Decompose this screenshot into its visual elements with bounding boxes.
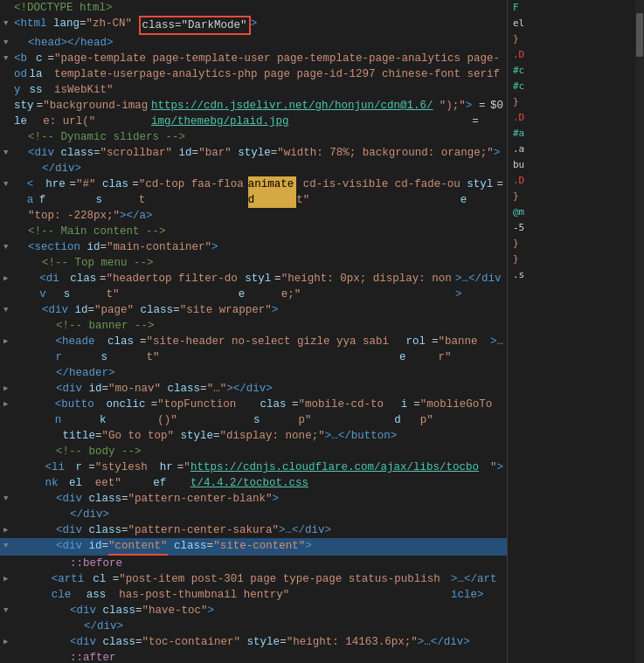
- code-token: cd-is-visible cd-fade-out": [296, 176, 460, 208]
- code-token: "display: none;": [220, 428, 325, 444]
- expand-triangle[interactable]: [3, 365, 14, 381]
- code-token: <section: [28, 239, 80, 255]
- code-line: <!-- banner -->: [0, 318, 507, 334]
- code-token: "pattern-center-blank": [128, 491, 273, 507]
- code-token: "toc-container": [142, 634, 241, 650]
- code-token: "mo-nav": [108, 381, 161, 397]
- code-token: <!-- banner -->: [56, 318, 155, 334]
- code-token: <div: [39, 271, 64, 302]
- expand-triangle[interactable]: ▼: [3, 491, 14, 507]
- code-token: >: [211, 239, 218, 255]
- code-token: "…": [207, 381, 227, 397]
- scrollbar[interactable]: [634, 0, 644, 663]
- code-token: <button: [55, 397, 100, 428]
- expand-triangle[interactable]: [3, 428, 14, 444]
- expand-triangle[interactable]: ▼: [3, 239, 14, 255]
- code-token: ></div>: [226, 381, 273, 397]
- expand-triangle[interactable]: ▶: [3, 334, 14, 349]
- code-token: "site-content": [213, 538, 305, 554]
- code-token: ": [184, 459, 190, 475]
- expand-triangle[interactable]: [3, 459, 14, 475]
- expand-triangle[interactable]: [3, 556, 14, 571]
- code-token: "bar": [198, 145, 232, 161]
- scrollbar-thumb[interactable]: [636, 13, 643, 57]
- code-line: ▼<div class="pattern-center-blank">: [0, 491, 507, 507]
- code-token: =: [135, 634, 142, 650]
- code-token: $0: [490, 98, 503, 114]
- code-token: ::before: [70, 556, 122, 571]
- expand-triangle[interactable]: [3, 98, 14, 114]
- code-token: "page-template page-template-user page-t…: [54, 51, 501, 98]
- expand-triangle[interactable]: [3, 0, 14, 16]
- code-token: =: [47, 51, 54, 66]
- expand-triangle[interactable]: [3, 318, 14, 334]
- side-panel-line: .D: [508, 173, 634, 189]
- code-token: style: [232, 145, 271, 161]
- code-token: =: [200, 381, 207, 397]
- code-token: role: [399, 334, 432, 365]
- code-token: class: [100, 334, 140, 365]
- expand-triangle[interactable]: [3, 255, 14, 271]
- code-token: "height: 0px; display: none;": [281, 271, 455, 302]
- code-token: "site-header no-select gizle yya sabit": [147, 334, 399, 365]
- code-token: class="DarkMode": [139, 16, 251, 35]
- code-token: <div: [56, 522, 82, 538]
- code-token: <!-- body -->: [56, 444, 142, 459]
- code-token: <!-- Top menu -->: [42, 255, 154, 271]
- expand-triangle[interactable]: [3, 161, 14, 176]
- expand-triangle[interactable]: [3, 224, 14, 239]
- expand-triangle[interactable]: ▶: [3, 571, 14, 587]
- code-token: <div: [70, 603, 96, 618]
- expand-triangle[interactable]: ▼: [3, 603, 14, 618]
- expand-triangle[interactable]: [3, 650, 14, 663]
- expand-triangle[interactable]: ▼: [3, 16, 14, 31]
- expand-triangle[interactable]: [3, 618, 14, 634]
- code-token: =: [69, 176, 76, 192]
- code-token: "main-container": [107, 239, 211, 255]
- code-token: style: [240, 634, 280, 650]
- expand-triangle[interactable]: [3, 507, 14, 522]
- expand-triangle[interactable]: ▶: [3, 271, 14, 287]
- expand-triangle[interactable]: [3, 208, 14, 224]
- side-lines-container: Fel}.D#c#c}.D#a.abu.D}@m-5}}.s: [508, 0, 634, 283]
- side-panel-line: .D: [508, 110, 634, 126]
- code-line: ▶<article class="post-item post-301 page…: [0, 571, 507, 603]
- code-token: </head: [67, 35, 107, 51]
- expand-triangle[interactable]: ▼: [3, 176, 14, 192]
- expand-triangle[interactable]: [3, 444, 14, 459]
- expand-triangle[interactable]: ▶: [3, 381, 14, 397]
- code-line: ▶<header class="site-header no-select gi…: [0, 334, 507, 365]
- code-token: >: [208, 603, 215, 618]
- code-token: <!-- Main content -->: [28, 224, 166, 239]
- code-token: =: [213, 428, 220, 444]
- code-token: >…</button>: [325, 428, 398, 444]
- code-token: "height: 14163.6px;": [287, 634, 418, 650]
- expand-triangle[interactable]: ▼: [3, 35, 14, 51]
- code-token: "banner": [439, 334, 490, 365]
- code-token: >: [494, 145, 501, 161]
- code-line: </div>: [0, 161, 507, 176]
- code-token: class: [161, 381, 200, 397]
- code-token: class: [82, 491, 121, 507]
- expand-triangle[interactable]: ▶: [3, 634, 14, 650]
- side-panel-line: el: [508, 16, 634, 31]
- code-line: <!-- body -->: [0, 444, 507, 459]
- expand-triangle[interactable]: ▼: [3, 538, 14, 554]
- code-token: "topFunction()": [157, 397, 253, 428]
- code-token: <body: [14, 51, 29, 98]
- expand-triangle[interactable]: [3, 129, 14, 145]
- expand-triangle[interactable]: ▼: [3, 51, 14, 66]
- expand-triangle[interactable]: ▼: [3, 145, 14, 161]
- code-token: >: [272, 302, 279, 318]
- code-token: "post-item post-301 page type-page statu…: [119, 571, 451, 603]
- code-token: "zh-CN": [87, 16, 133, 31]
- side-panel-line: }: [508, 31, 634, 47]
- code-token: </header>: [56, 365, 115, 381]
- side-panel-line: }: [508, 189, 634, 204]
- code-token: class: [87, 571, 113, 603]
- code-token: >: [75, 161, 82, 176]
- code-token: >: [61, 35, 68, 51]
- expand-triangle[interactable]: ▼: [3, 302, 14, 318]
- expand-triangle[interactable]: ▶: [3, 397, 14, 412]
- expand-triangle[interactable]: ▶: [3, 522, 14, 538]
